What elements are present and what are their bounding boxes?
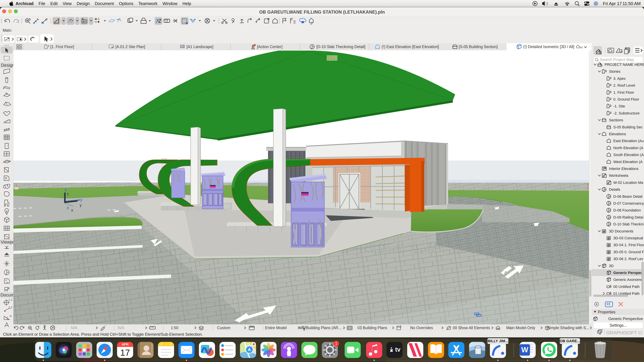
svg-text:South Elevation (A: South Elevation (A xyxy=(613,153,644,157)
svg-text:y: y xyxy=(80,203,82,207)
svg-text:XY: XY xyxy=(82,20,86,23)
svg-text:00 Untitled Path: 00 Untitled Path xyxy=(613,285,640,289)
svg-text:0. Ground Floor: 0. Ground Floor xyxy=(613,97,639,101)
svg-text:x: x xyxy=(71,208,73,212)
svg-text:BILLY JIM...: BILLY JIM... xyxy=(488,339,508,343)
svg-text:D-07 Conservancy: D-07 Conservancy xyxy=(613,201,644,205)
svg-text:(!) East Elevation [East Eleva: (!) East Elevation [East Elevation] xyxy=(382,44,439,49)
svg-text:3D: 3D xyxy=(609,264,614,268)
svg-text:Generic Perspective: Generic Perspective xyxy=(608,317,643,321)
svg-text:D-08 Foundation: D-08 Foundation xyxy=(613,208,641,212)
svg-text:00 Show All Elements: 00 Show All Elements xyxy=(453,326,490,330)
svg-text:Search Project Map: Search Project Map xyxy=(600,57,634,62)
svg-text:[Action Center]: [Action Center] xyxy=(257,44,282,49)
svg-text:Generic Axonome: Generic Axonome xyxy=(613,278,643,282)
svg-text:1.2: 1.2 xyxy=(8,306,12,309)
svg-text:1.2: 1.2 xyxy=(8,298,12,302)
svg-text:[S-05 Building Section]: [S-05 Building Section] xyxy=(459,44,498,49)
svg-text:1:50: 1:50 xyxy=(171,326,178,330)
svg-text:S-05 Building Sec: S-05 Building Sec xyxy=(613,125,643,129)
svg-text:2. Roof Level: 2. Roof Level xyxy=(613,83,635,87)
svg-text:North Elevation (A: North Elevation (A xyxy=(613,146,643,150)
svg-text:(!) Detailed Isometric [3D / A: (!) Detailed Isometric [3D / All] xyxy=(523,44,574,49)
svg-text:1. First Floor: 1. First Floor xyxy=(613,90,634,94)
svg-text:MS Building Plans (AR...: MS Building Plans (AR... xyxy=(299,326,342,330)
svg-text:α: α xyxy=(10,314,12,318)
svg-text:-1. Site: -1. Site xyxy=(613,104,625,108)
svg-text:Custom: Custom xyxy=(217,326,230,330)
svg-text:3D-04 1. First Floo: 3D-04 1. First Floo xyxy=(613,243,644,247)
svg-text:[A.01.2 Site Plan]: [A.01.2 Site Plan] xyxy=(116,44,145,49)
svg-text:[D-10 Slab Theckning Detail]: [D-10 Slab Theckning Detail] xyxy=(316,44,365,49)
svg-text:Elevations: Elevations xyxy=(609,132,626,136)
svg-text:17: 17 xyxy=(120,348,130,358)
svg-text:Properties: Properties xyxy=(598,310,616,314)
svg-text:Main Model Only: Main Model Only xyxy=(506,326,535,330)
svg-text:GRAPHISOFT ID: GRAPHISOFT ID xyxy=(606,330,643,335)
svg-text:Details: Details xyxy=(609,187,620,192)
svg-text:-2. Substructure: -2. Substructure xyxy=(613,111,640,115)
svg-text:Settings...: Settings... xyxy=(610,323,627,328)
svg-text:Docume: Docume xyxy=(0,293,14,298)
svg-text:3D-05 0. Ground F: 3D-05 0. Ground F xyxy=(613,250,644,254)
svg-text:N/A: N/A xyxy=(71,326,78,330)
svg-text:tv: tv xyxy=(395,346,400,353)
svg-text:[1. First Floor]: [1. First Floor] xyxy=(50,44,74,49)
svg-text:Sections: Sections xyxy=(609,118,623,122)
svg-text:Viewpoi: Viewpoi xyxy=(1,240,14,245)
svg-text:z: z xyxy=(67,192,69,196)
svg-text:APR: APR xyxy=(122,343,129,346)
svg-text:12: 12 xyxy=(165,20,168,23)
svg-text:z: z xyxy=(64,187,67,192)
svg-text:D-09 Railing Detai: D-09 Railing Detai xyxy=(613,215,643,219)
svg-text:03 Building Plans: 03 Building Plans xyxy=(358,326,387,330)
svg-text:N/A: N/A xyxy=(118,326,124,330)
svg-text:W: W xyxy=(521,346,528,354)
svg-text:Worksheets: Worksheets xyxy=(609,173,628,178)
svg-text:East Elevation (Au: East Elevation (Au xyxy=(613,139,644,143)
svg-text:Fri Apr 17: Fri Apr 17 xyxy=(603,1,622,6)
svg-text:Generic Perspect: Generic Perspect xyxy=(613,271,644,275)
svg-text:x: x xyxy=(67,205,69,210)
svg-text:[A1 Landscape]: [A1 Landscape] xyxy=(186,44,213,49)
svg-text:3D Documents: 3D Documents xyxy=(609,229,634,233)
svg-text:D-06 Beam Detail: D-06 Beam Detail xyxy=(613,194,642,199)
svg-text:Design: Design xyxy=(1,63,14,68)
svg-text:D-10 Slab Theckni: D-10 Slab Theckni xyxy=(613,222,644,226)
svg-text:Entire Model: Entire Model xyxy=(265,326,286,330)
svg-text:1: 1 xyxy=(335,341,337,346)
svg-text:3D-03 Conceptual: 3D-03 Conceptual xyxy=(613,236,643,240)
svg-text:3D-06 2. Roof Lev: 3D-06 2. Roof Lev xyxy=(613,257,643,261)
svg-text:3. Apex: 3. Apex xyxy=(613,76,626,81)
svg-text:y: y xyxy=(80,197,82,202)
svg-text:West Elevation (A: West Elevation (A xyxy=(613,160,643,164)
svg-text:Simple Shading with S...: Simple Shading with S... xyxy=(547,326,589,330)
svg-text:W-02 Location Ma: W-02 Location Ma xyxy=(613,180,643,185)
svg-text:Stories: Stories xyxy=(609,69,620,73)
svg-text:OB GARE...: OB GARE... xyxy=(560,339,580,343)
svg-text:No Overrides: No Overrides xyxy=(410,326,433,330)
svg-text:Interior Elevations: Interior Elevations xyxy=(609,167,638,171)
svg-text:PROJECT NAME HERE: PROJECT NAME HERE xyxy=(604,62,644,67)
svg-text:11:50 AM: 11:50 AM xyxy=(622,1,641,6)
